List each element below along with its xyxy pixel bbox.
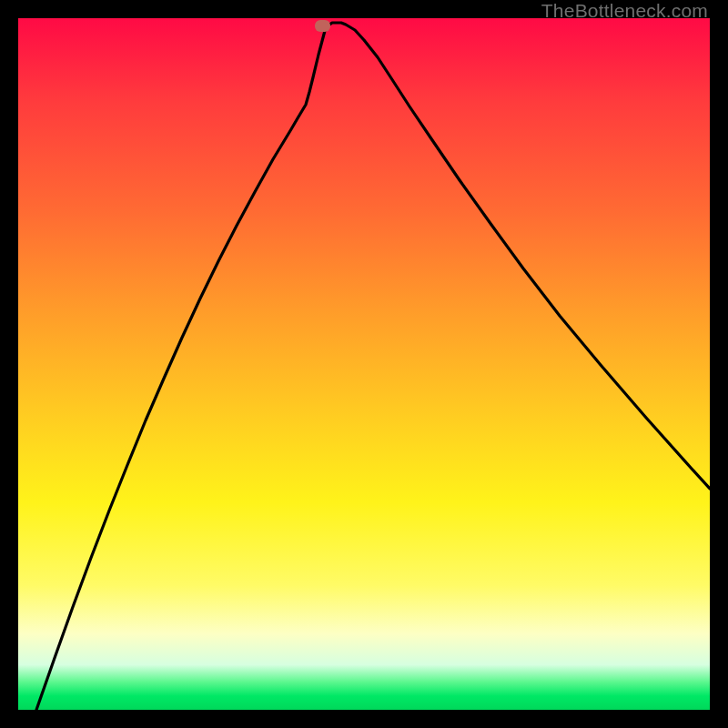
watermark-text: TheBottleneck.com	[541, 0, 708, 22]
bottleneck-curve	[36, 23, 710, 710]
optimum-marker	[315, 20, 330, 32]
plot-area	[18, 18, 710, 710]
curve-layer	[18, 18, 710, 710]
chart-frame: TheBottleneck.com	[0, 0, 728, 728]
